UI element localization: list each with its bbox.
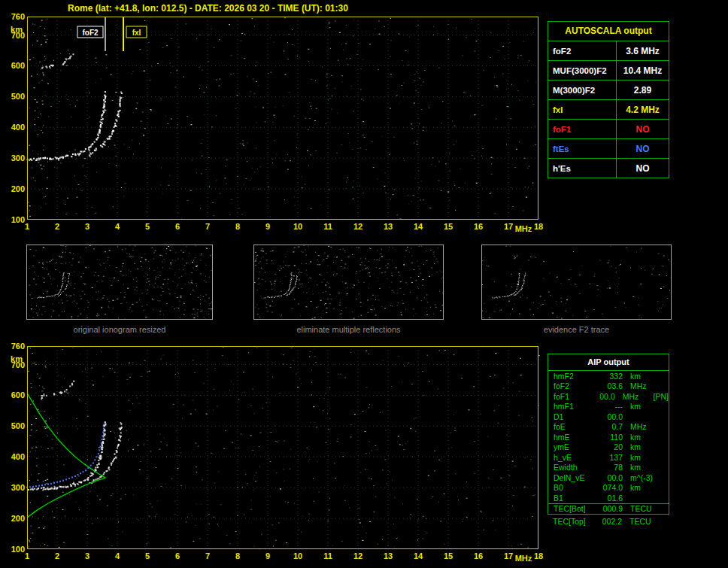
autoscala-parameter-value: NO	[616, 159, 669, 178]
svg-text:6: 6	[175, 551, 180, 560]
svg-text:18: 18	[534, 222, 543, 231]
aip-output-title: AIP output	[548, 354, 669, 371]
svg-text:18: 18	[534, 551, 543, 560]
svg-text:fxI: fxI	[132, 29, 141, 37]
aip-parameter-name: hmE	[548, 433, 596, 442]
aip-parameter-value: 20	[596, 442, 623, 451]
svg-text:2: 2	[55, 551, 59, 560]
autoscala-output-title: AUTOSCALA output	[548, 22, 669, 41]
aip-output-rows: hmF2332kmfoF203.6MHzfoF100.0MHz[PN]hmF1-…	[548, 371, 669, 514]
aip-row-hmF1: hmF1---km	[548, 402, 669, 412]
svg-text:200: 200	[11, 184, 25, 193]
autoscala-parameter-value: 2.89	[616, 80, 669, 99]
aip-parameter-value: 332	[596, 372, 623, 381]
autoscala-parameter-name: fxI	[548, 100, 616, 119]
aip-parameter-name: Ewidth	[548, 463, 596, 472]
svg-text:300: 300	[11, 483, 25, 492]
aip-row-hmE: hmE110km	[548, 432, 669, 442]
svg-text:6: 6	[175, 222, 180, 231]
autoscala-parameter-name: h'Es	[548, 159, 616, 178]
aip-row-TEC[Bot]: TEC[Bot]000.9TECU	[548, 503, 669, 515]
aip-parameter-name: foF1	[548, 392, 591, 401]
svg-text:1: 1	[25, 551, 29, 560]
autoscala-parameter-name: foF1	[548, 120, 616, 138]
autoscala-parameter-value: NO	[616, 120, 669, 138]
aip-parameter-name: foF2	[548, 381, 596, 390]
autoscala-parameter-name: ftEs	[548, 139, 616, 158]
svg-text:MHz: MHz	[515, 554, 532, 563]
svg-text:13: 13	[384, 551, 393, 560]
aip-row-foE: foE0.7MHz	[548, 422, 669, 433]
svg-text:600: 600	[11, 61, 25, 70]
svg-text:3: 3	[85, 222, 89, 231]
aip-row-B1: B101.6	[548, 493, 669, 503]
svg-text:11: 11	[323, 222, 332, 231]
autoscala-output-rows: foF23.6 MHzMUF(3000)F210.4 MHzM(3000)F22…	[548, 41, 669, 178]
aip-parameter-unit: m^(-3)	[623, 473, 665, 482]
svg-text:km: km	[11, 354, 23, 363]
svg-text:12: 12	[353, 222, 362, 231]
aip-parameter-name: DelN_vE	[548, 473, 596, 482]
aip-parameter-value: 074.0	[596, 483, 623, 492]
aip-parameter-value: ---	[596, 402, 623, 411]
svg-text:16: 16	[474, 222, 483, 231]
aip-parameter-unit: TECU	[623, 504, 665, 513]
profile-ionogram-plot: 760700600500400300200100km12345678910111…	[0, 339, 560, 568]
svg-text:14: 14	[414, 222, 423, 231]
aip-row-DelN_vE: DelN_vE00.0m^(-3)	[548, 472, 669, 483]
svg-text:400: 400	[11, 452, 25, 461]
svg-text:500: 500	[11, 421, 25, 430]
aip-parameter-value: 00.0	[596, 412, 623, 421]
aip-parameter-value: 137	[596, 453, 623, 462]
aip-row-Ewidth: Ewidth78km	[548, 463, 669, 473]
aip-parameter-name: hmF2	[548, 372, 596, 381]
aip-parameter-unit: MHz	[623, 422, 665, 431]
autoscala-row-foF2: foF23.6 MHz	[548, 41, 669, 60]
autoscala-row-MUF(3000)F2: MUF(3000)F210.4 MHz	[548, 60, 669, 80]
aip-parameter-value: 110	[596, 433, 623, 442]
thumbnail-f2-trace	[481, 245, 672, 320]
aip-row-foF1: foF100.0MHz[PN]	[548, 391, 669, 402]
autoscala-row-foF1: foF1NO	[548, 119, 669, 138]
aip-output-panel: AIP output hmF2332kmfoF203.6MHzfoF100.0M…	[548, 354, 669, 515]
svg-text:17: 17	[504, 222, 513, 231]
svg-text:8: 8	[235, 222, 240, 231]
svg-text:600: 600	[11, 390, 25, 399]
aip-parameter-name: TEC[Top]	[548, 517, 595, 526]
aip-parameter-name: B1	[548, 494, 596, 503]
aip-row-foF2: foF203.6MHz	[548, 381, 669, 392]
aip-parameter-unit: km	[623, 433, 665, 442]
svg-text:10: 10	[293, 222, 302, 231]
aip-parameter-value: 03.6	[596, 381, 623, 390]
aip-parameter-value: 00.0	[596, 473, 623, 482]
svg-text:9: 9	[265, 551, 270, 560]
autoscala-row-fxI: fxI4.2 MHz	[548, 99, 669, 119]
svg-text:15: 15	[444, 222, 453, 231]
thumbnail-caption-f2-trace: evidence F2 trace	[481, 325, 672, 334]
autoscala-parameter-name: MUF(3000)F2	[548, 61, 616, 80]
svg-text:MHz: MHz	[515, 224, 532, 233]
autoscala-parameter-value: 4.2 MHz	[616, 100, 669, 119]
aip-parameter-value: 78	[596, 463, 623, 472]
main-ionogram-plot: foF2fxI760700600500400300200100km1234567…	[0, 9, 560, 237]
svg-text:16: 16	[474, 551, 483, 560]
aip-parameter-unit: km	[623, 442, 665, 451]
autoscala-parameter-value: 10.4 MHz	[616, 61, 669, 80]
autoscala-output-panel: AUTOSCALA output foF23.6 MHzMUF(3000)F21…	[548, 21, 669, 178]
aip-parameter-name: hmF1	[548, 402, 596, 411]
svg-text:12: 12	[353, 551, 362, 560]
svg-text:4: 4	[115, 551, 120, 560]
aip-parameter-value: 01.6	[596, 494, 623, 503]
svg-text:1: 1	[25, 222, 29, 231]
aip-parameter-unit: km	[623, 372, 665, 381]
aip-parameter-value: 0.7	[596, 422, 623, 431]
aip-parameter-unit: MHz	[615, 392, 654, 401]
autoscala-app-window: Rome (lat: +41.8, lon: 012.5) - DATE: 20…	[0, 0, 728, 568]
aip-parameter-name: D1	[548, 412, 596, 421]
svg-text:9: 9	[265, 222, 270, 231]
svg-text:7: 7	[205, 551, 210, 560]
aip-parameter-name: foE	[548, 422, 596, 431]
aip-parameter-unit: km	[623, 463, 665, 472]
svg-text:17: 17	[504, 551, 513, 560]
autoscala-row-h'Es: h'EsNO	[548, 158, 669, 178]
